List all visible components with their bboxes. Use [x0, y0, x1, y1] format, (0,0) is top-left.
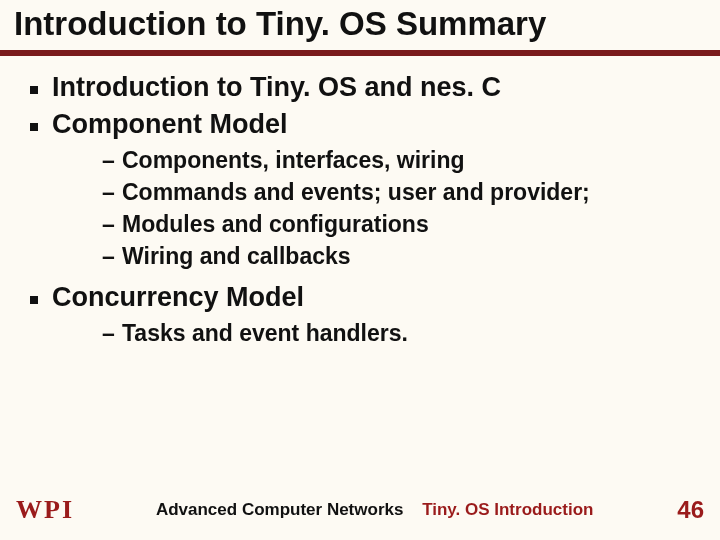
sub-bullet-item: Commands and events; user and provider;	[52, 178, 702, 208]
bullet-text: Component Model	[52, 109, 287, 139]
sub-bullet-item: Modules and configurations	[52, 210, 702, 240]
wpi-logo: W P I	[16, 497, 72, 523]
sub-bullet-item: Wiring and callbacks	[52, 242, 702, 272]
page-number: 46	[677, 496, 704, 524]
sub-bullet-list: Tasks and event handlers.	[52, 319, 702, 349]
logo-letter-p: P	[44, 497, 60, 523]
bullet-text: Introduction to Tiny. OS and nes. C	[52, 72, 501, 102]
footer-center: Advanced Computer Networks Tiny. OS Intr…	[72, 500, 677, 520]
bullet-item: Introduction to Tiny. OS and nes. C	[18, 70, 702, 105]
slide-content: Introduction to Tiny. OS and nes. C Comp…	[0, 56, 720, 349]
footer: W P I Advanced Computer Networks Tiny. O…	[0, 496, 720, 524]
sub-bullet-item: Tasks and event handlers.	[52, 319, 702, 349]
footer-course: Advanced Computer Networks	[156, 500, 404, 519]
title-bar: Introduction to Tiny. OS Summary	[0, 0, 720, 50]
bullet-item: Concurrency Model Tasks and event handle…	[18, 280, 702, 349]
slide-title: Introduction to Tiny. OS Summary	[14, 6, 706, 42]
logo-letter-w: W	[16, 497, 42, 523]
bullet-text: Concurrency Model	[52, 282, 304, 312]
bullet-list: Introduction to Tiny. OS and nes. C Comp…	[18, 70, 702, 349]
sub-bullet-item: Components, interfaces, wiring	[52, 146, 702, 176]
sub-bullet-list: Components, interfaces, wiring Commands …	[52, 146, 702, 272]
logo-letter-i: I	[62, 497, 72, 523]
bullet-item: Component Model Components, interfaces, …	[18, 107, 702, 272]
footer-topic: Tiny. OS Introduction	[422, 500, 593, 519]
